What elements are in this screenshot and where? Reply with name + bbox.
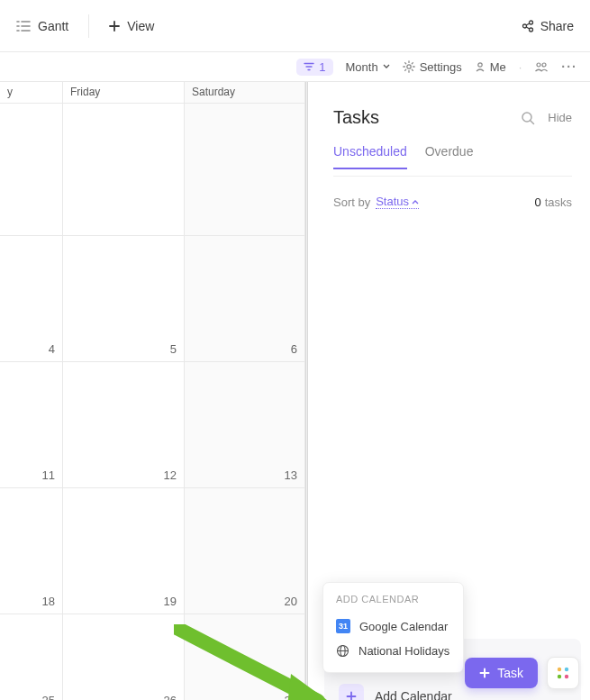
- hide-button[interactable]: Hide: [548, 111, 572, 124]
- plus-icon: [109, 21, 120, 32]
- me-label: Me: [490, 60, 506, 74]
- toolbar-divider: [88, 14, 89, 38]
- sort-prefix: Sort by: [333, 195, 370, 209]
- gear-icon: [403, 60, 415, 73]
- day-cell[interactable]: 11: [0, 362, 63, 487]
- filter-badge[interactable]: 1: [296, 59, 332, 76]
- sidebar-tabs: Unscheduled Overdue: [333, 144, 572, 169]
- day-cell[interactable]: 4: [0, 236, 63, 361]
- svg-line-11: [526, 23, 530, 25]
- share-label: Share: [540, 19, 574, 33]
- svg-point-8: [522, 24, 526, 28]
- svg-point-38: [565, 668, 568, 671]
- popover-item-label: National Holidays: [359, 644, 449, 658]
- day-header-cell: y: [0, 82, 63, 103]
- svg-line-24: [412, 63, 413, 64]
- people-icon[interactable]: [534, 61, 549, 72]
- day-cell[interactable]: 5: [63, 236, 185, 361]
- svg-point-26: [537, 63, 540, 67]
- more-button[interactable]: ···: [561, 59, 577, 74]
- google-calendar-icon: 31: [336, 619, 350, 633]
- day-cell[interactable]: 18: [0, 488, 63, 614]
- week-row: 11 12 13: [0, 362, 305, 488]
- sidebar-header-actions: Hide: [521, 111, 572, 125]
- svg-point-39: [558, 675, 561, 678]
- week-row: 4 5 6: [0, 236, 305, 362]
- sort-dropdown[interactable]: Status: [376, 195, 419, 209]
- svg-line-29: [531, 121, 534, 124]
- day-cell[interactable]: [185, 104, 305, 235]
- day-cell[interactable]: 6: [185, 236, 305, 361]
- search-icon[interactable]: [521, 111, 535, 125]
- globe-icon: [336, 644, 349, 658]
- top-toolbar: Gantt View Share: [0, 0, 590, 52]
- filter-icon: [304, 62, 314, 71]
- day-cell[interactable]: [63, 104, 185, 235]
- share-button[interactable]: Share: [522, 19, 574, 33]
- person-icon: [475, 61, 486, 72]
- tab-overdue[interactable]: Overdue: [425, 144, 474, 169]
- tab-unscheduled[interactable]: Unscheduled: [333, 144, 407, 169]
- svg-point-16: [406, 65, 410, 68]
- day-cell[interactable]: 27: [185, 614, 305, 700]
- day-cell[interactable]: [0, 104, 63, 235]
- popover-item-google[interactable]: 31 Google Calendar: [336, 614, 450, 639]
- svg-point-9: [529, 21, 532, 24]
- dot-separator: ·: [519, 60, 522, 74]
- apps-fab[interactable]: [547, 657, 579, 689]
- toolbar-left: Gantt View: [16, 14, 154, 38]
- task-count-label: tasks: [545, 195, 572, 209]
- day-cell[interactable]: 25: [0, 614, 63, 700]
- day-cell[interactable]: 26: [63, 614, 185, 700]
- popover-title: ADD CALENDAR: [336, 594, 450, 605]
- month-label: Month: [346, 60, 378, 74]
- me-button[interactable]: Me: [475, 60, 506, 74]
- sidebar-header: Tasks Hide: [333, 107, 572, 128]
- add-calendar-popover: ADD CALENDAR 31 Google Calendar National…: [322, 582, 464, 673]
- plus-icon: [339, 684, 364, 701]
- apps-grid-icon: [555, 665, 571, 681]
- popover-item-label: Google Calendar: [359, 620, 448, 633]
- sort-value: Status: [376, 195, 409, 208]
- sort-row: Sort by Status 0tasks: [333, 195, 572, 209]
- day-cell[interactable]: 19: [63, 488, 185, 614]
- add-calendar-button[interactable]: Add Calendar: [339, 684, 452, 701]
- svg-point-27: [542, 63, 546, 67]
- sidebar-title: Tasks: [333, 107, 379, 128]
- week-row: 25 26 27: [0, 614, 305, 700]
- svg-point-25: [477, 63, 481, 67]
- task-count: 0tasks: [534, 195, 572, 209]
- month-dropdown[interactable]: Month: [346, 60, 390, 74]
- tabs-underline: [333, 176, 572, 177]
- add-view-button[interactable]: View: [109, 19, 154, 33]
- filter-count: 1: [319, 60, 325, 74]
- svg-line-12: [526, 27, 530, 29]
- day-cell[interactable]: 13: [185, 362, 305, 487]
- day-header-cell: Friday: [63, 82, 185, 103]
- main-area: y Friday Saturday 4 5 6 11 12 13 18 19 2…: [0, 82, 590, 700]
- svg-point-37: [558, 668, 561, 671]
- day-cell[interactable]: 20: [185, 488, 305, 614]
- add-calendar-label: Add Calendar: [375, 689, 452, 701]
- gantt-label: Gantt: [38, 19, 68, 33]
- popover-item-holidays[interactable]: National Holidays: [336, 639, 450, 663]
- week-row: [0, 104, 305, 236]
- task-fab-label: Task: [497, 666, 523, 680]
- calendar-grid: y Friday Saturday 4 5 6 11 12 13 18 19 2…: [0, 82, 305, 700]
- day-header-row: y Friday Saturday: [0, 82, 305, 104]
- svg-point-10: [529, 28, 532, 32]
- svg-line-22: [412, 69, 413, 70]
- gantt-view-button[interactable]: Gantt: [16, 19, 68, 33]
- settings-button[interactable]: Settings: [403, 60, 462, 74]
- settings-label: Settings: [420, 60, 462, 74]
- svg-line-23: [404, 69, 405, 70]
- svg-point-40: [565, 675, 568, 678]
- list-icon: [16, 20, 31, 32]
- new-task-fab[interactable]: Task: [465, 658, 538, 688]
- day-cell[interactable]: 12: [63, 362, 185, 487]
- sub-toolbar: 1 Month Settings Me · ···: [0, 52, 590, 82]
- share-icon: [522, 20, 534, 32]
- plus-icon: [479, 668, 490, 678]
- view-label: View: [127, 19, 154, 33]
- week-row: 18 19 20: [0, 488, 305, 614]
